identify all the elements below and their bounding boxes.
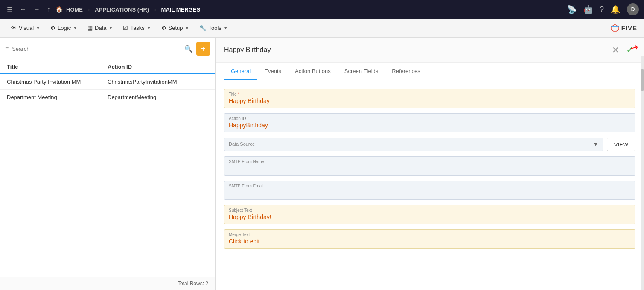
add-button[interactable]: + <box>196 42 210 56</box>
nav-logic-label: Logic <box>58 25 71 31</box>
row-title-1: Christmas Party Invitation MM <box>7 79 108 85</box>
action-id-required: * <box>247 116 249 121</box>
form-area: Title * Action ID * Data Source ▼ <box>216 80 644 290</box>
back-icon[interactable]: ← <box>18 4 28 15</box>
detail-title: Happy Birthday <box>224 46 610 54</box>
tab-screen-fields[interactable]: Screen Fields <box>338 63 385 80</box>
breadcrumb-sep-1: › <box>88 6 90 13</box>
view-button[interactable]: VIEW <box>607 138 635 151</box>
forward-icon[interactable]: → <box>32 4 42 15</box>
nav-data-label: Data <box>95 25 106 31</box>
search-magnifier-icon[interactable]: 🔍 <box>184 45 193 53</box>
data-source-field[interactable]: Data Source ▼ <box>224 138 603 151</box>
breadcrumb-home[interactable]: HOME <box>66 6 83 13</box>
smtp-from-name-label: SMTP From Name <box>229 159 631 164</box>
save-button[interactable]: ✓ <box>624 43 635 57</box>
title-input[interactable] <box>229 97 631 104</box>
setup-icon: ⚙ <box>161 25 166 31</box>
bell-icon[interactable]: 🔔 <box>611 5 620 14</box>
nav-visual[interactable]: 👁 Visual ▼ <box>7 22 44 34</box>
data-grid-icon: ▦ <box>87 25 93 31</box>
setup-caret: ▼ <box>185 26 189 30</box>
title-field[interactable]: Title * <box>224 89 635 108</box>
nav-tasks[interactable]: ☑ Tasks ▼ <box>119 22 155 34</box>
nav-tasks-label: Tasks <box>130 25 144 31</box>
up-icon[interactable]: ↑ <box>45 4 52 15</box>
table-row[interactable]: Department Meeting DepartmentMeeting <box>0 90 215 105</box>
smtp-from-email-input[interactable] <box>229 189 631 196</box>
table-body: Christmas Party Invitation MM ChristmasP… <box>0 74 215 277</box>
table-row[interactable]: Christmas Party Invitation MM ChristmasP… <box>0 74 215 90</box>
subject-text-input[interactable] <box>229 214 631 220</box>
nav-tools-label: Tools <box>208 25 221 31</box>
hamburger-icon[interactable]: ☰ <box>5 4 15 15</box>
visual-icon: 👁 <box>11 25 17 31</box>
table-footer: Total Rows: 2 <box>0 277 215 290</box>
breadcrumb-mail-merges[interactable]: MAIL MERGES <box>161 6 201 13</box>
merge-text-field[interactable]: Merge Text Click to edit <box>224 229 635 249</box>
total-rows-label: Total Rows: 2 <box>178 281 208 287</box>
data-source-row: Data Source ▼ VIEW <box>224 138 635 151</box>
left-panel: ≡ 🔍 + Title Action ID Christmas Party In… <box>0 38 216 290</box>
subject-text-field[interactable]: Subject Text <box>224 205 635 224</box>
smtp-from-name-field[interactable]: SMTP From Name <box>224 156 635 176</box>
tab-action-buttons[interactable]: Action Buttons <box>288 63 338 80</box>
scrollbar-thumb[interactable] <box>641 69 644 91</box>
tasks-icon: ☑ <box>123 25 128 31</box>
row-action-2: DepartmentMeeting <box>108 94 208 100</box>
top-navigation: ☰ ← → ↑ 🏠 HOME › APPLICATIONS (HR) › MAI… <box>0 0 644 19</box>
logic-caret: ▼ <box>73 26 77 30</box>
smtp-from-name-input[interactable] <box>229 165 631 172</box>
tab-references[interactable]: References <box>385 63 427 80</box>
search-input[interactable] <box>12 46 181 52</box>
detail-header: Happy Birthday ✕ ✓ <box>216 38 644 63</box>
data-source-label: Data Source <box>229 141 255 146</box>
data-caret: ▼ <box>109 26 113 30</box>
tab-references-label: References <box>392 68 420 74</box>
nav-tools[interactable]: 🔧 Tools ▼ <box>195 22 232 34</box>
right-panel: Happy Birthday ✕ ✓ ↗ General Events Acti… <box>216 38 644 290</box>
nav-logic[interactable]: ⚙ Logic ▼ <box>46 22 82 34</box>
search-bar: ≡ 🔍 + <box>0 38 215 60</box>
smtp-from-email-label: SMTP From Email <box>229 184 631 188</box>
tab-events[interactable]: Events <box>257 63 288 80</box>
title-required: * <box>238 92 239 97</box>
tab-screen-fields-label: Screen Fields <box>344 68 378 74</box>
tab-general[interactable]: General <box>224 63 257 80</box>
action-id-input[interactable] <box>229 122 631 129</box>
data-source-dropdown-icon[interactable]: ▼ <box>593 141 599 147</box>
close-button[interactable]: ✕ <box>610 43 621 57</box>
nav-setup[interactable]: ⚙ Setup ▼ <box>157 22 194 34</box>
nav-setup-label: Setup <box>169 25 183 31</box>
secondary-navigation: 👁 Visual ▼ ⚙ Logic ▼ ▦ Data ▼ ☑ Tasks ▼ … <box>0 19 644 38</box>
top-right-actions: 📡 🤖 ? 🔔 D <box>567 3 639 15</box>
action-id-field[interactable]: Action ID * <box>224 113 635 132</box>
five-logo-text: FIVE <box>621 24 637 32</box>
help-icon[interactable]: ? <box>600 5 604 14</box>
col-header-action-id: Action ID <box>108 64 208 70</box>
row-title-2: Department Meeting <box>7 94 108 100</box>
satellite-icon[interactable]: 📡 <box>567 5 577 14</box>
visual-caret: ▼ <box>36 26 40 30</box>
breadcrumb-sep-2: › <box>154 6 156 13</box>
scrollbar-track[interactable] <box>641 56 644 290</box>
tools-caret: ▼ <box>224 26 228 30</box>
breadcrumb-applications[interactable]: APPLICATIONS (HR) <box>95 6 149 13</box>
detail-actions: ✕ ✓ <box>610 43 635 57</box>
table-header: Title Action ID <box>0 60 215 74</box>
merge-text-value[interactable]: Click to edit <box>229 238 631 245</box>
search-lines-icon: ≡ <box>5 45 9 52</box>
nav-visual-label: Visual <box>19 25 34 31</box>
merge-text-label: Merge Text <box>229 232 631 237</box>
title-label: Title * <box>229 92 631 97</box>
home-icon: 🏠 <box>55 6 63 13</box>
smtp-from-email-field[interactable]: SMTP From Email <box>224 181 635 200</box>
col-header-title: Title <box>7 64 108 70</box>
user-avatar[interactable]: D <box>627 3 639 15</box>
five-logo: FIVE <box>610 23 637 33</box>
tab-events-label: Events <box>264 68 281 74</box>
five-logo-icon <box>610 23 620 33</box>
nav-data[interactable]: ▦ Data ▼ <box>83 22 117 34</box>
logic-icon: ⚙ <box>50 25 55 31</box>
robot-icon[interactable]: 🤖 <box>583 5 593 14</box>
